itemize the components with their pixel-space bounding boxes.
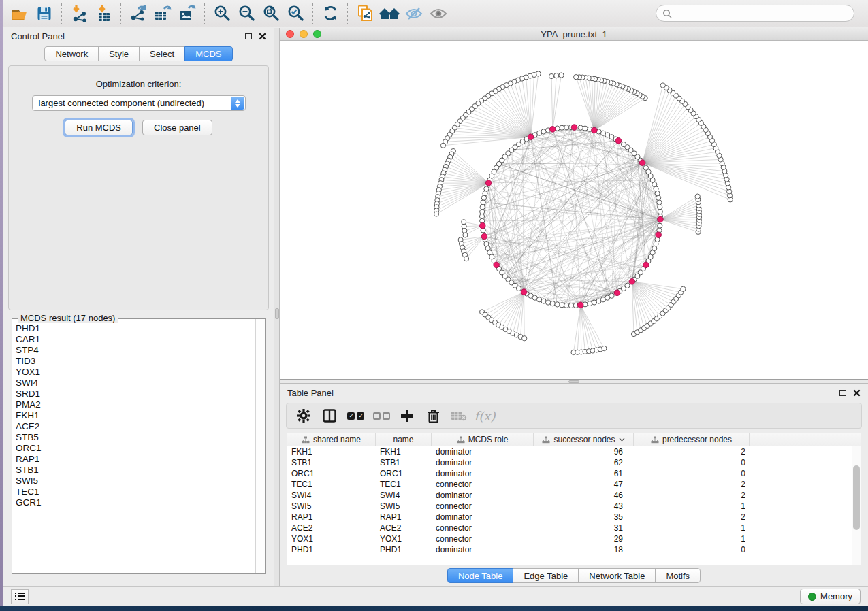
column-header-successor-nodes[interactable]: successor nodes [534, 433, 634, 446]
mcds-result-item[interactable]: STB1 [16, 465, 254, 476]
zoom-fit-icon[interactable] [259, 3, 283, 24]
table-cell: 96 [534, 447, 634, 457]
tab-motifs[interactable]: Motifs [655, 568, 701, 583]
horizontal-splitter[interactable] [280, 380, 868, 384]
table-row[interactable]: FKH1FKH1dominator962 [287, 446, 861, 457]
task-history-button[interactable] [11, 589, 29, 604]
select-all-icon[interactable] [342, 406, 368, 426]
import-table-icon[interactable] [91, 3, 116, 24]
tab-node-table[interactable]: Node Table [447, 568, 514, 583]
show-all-icon[interactable] [426, 3, 451, 24]
mcds-result-scrollbar[interactable] [255, 319, 265, 573]
control-panel-title: Control Panel [11, 31, 65, 42]
mcds-result-item[interactable]: RAP1 [16, 454, 254, 465]
mcds-result-item[interactable]: SRD1 [16, 389, 254, 399]
hide-selected-icon[interactable] [402, 3, 426, 24]
table-cell: TEC1 [376, 480, 432, 489]
export-network-icon[interactable] [126, 3, 150, 24]
mcds-result-item[interactable]: ORC1 [16, 443, 254, 454]
table-cell: connector [432, 501, 534, 511]
network-graph[interactable] [280, 41, 868, 379]
export-table-icon[interactable] [150, 3, 175, 24]
table-cell: dominator [432, 545, 534, 555]
search-field[interactable] [656, 5, 854, 22]
table-cell: ACE2 [287, 523, 376, 533]
mcds-result-item[interactable]: TEC1 [16, 486, 254, 497]
mcds-result-item[interactable]: STB5 [16, 432, 254, 443]
table-row[interactable]: ORC1ORC1dominator610 [287, 468, 861, 479]
deselect-all-icon[interactable] [368, 406, 394, 426]
tab-edge-table[interactable]: Edge Table [513, 568, 579, 583]
mcds-result-item[interactable]: PMA2 [16, 399, 254, 410]
close-panel-icon[interactable] [853, 389, 861, 397]
copy-network-icon[interactable] [353, 3, 377, 24]
column-header-name[interactable]: name [376, 433, 432, 446]
import-network-icon[interactable] [67, 3, 91, 24]
tab-mcds[interactable]: MCDS [184, 46, 232, 61]
split-view-icon[interactable] [317, 406, 342, 426]
table-row[interactable]: SWI5SWI5connector431 [287, 501, 861, 512]
column-header-shared-name[interactable]: shared name [287, 433, 376, 446]
criterion-dropdown[interactable]: largest connected component (undirected) [32, 95, 246, 111]
table-cell: 43 [534, 501, 634, 511]
table-row[interactable]: TEC1TEC1connector472 [287, 479, 861, 490]
mcds-result-item[interactable]: YOX1 [16, 367, 254, 378]
table-row[interactable]: SWI4SWI4dominator462 [287, 490, 861, 501]
tab-network[interactable]: Network [44, 46, 99, 61]
tab-network-table[interactable]: Network Table [578, 568, 656, 583]
table-row[interactable]: RAP1RAP1dominator352 [287, 512, 861, 523]
table-panel: Table Panel [280, 384, 868, 586]
mcds-result-item[interactable]: ACE2 [16, 421, 254, 432]
mcds-result-group: MCDS result (17 nodes) PHD1CAR1STP4TID3Y… [12, 318, 266, 574]
mcds-result-item[interactable]: SWI4 [16, 378, 254, 389]
memory-button[interactable]: Memory [800, 589, 861, 604]
open-file-icon[interactable] [7, 3, 32, 24]
mcds-result-item[interactable]: GCR1 [16, 497, 254, 508]
tab-select[interactable]: Select [139, 46, 185, 61]
table-cell: ORC1 [287, 469, 376, 478]
table-row[interactable]: ACE2ACE2connector311 [287, 523, 861, 533]
run-mcds-button[interactable]: Run MCDS [65, 120, 133, 135]
network-canvas[interactable] [280, 41, 868, 379]
first-neighbors-icon[interactable] [377, 3, 402, 24]
zoom-in-icon[interactable] [210, 3, 234, 24]
mcds-result-list[interactable]: PHD1CAR1STP4TID3YOX1SWI4SRD1PMA2FKH1ACE2… [12, 319, 255, 573]
search-input[interactable] [675, 9, 848, 18]
mcds-result-item[interactable]: FKH1 [16, 410, 254, 421]
table-scrollbar[interactable] [852, 446, 861, 565]
mcds-result-item[interactable]: STP4 [16, 345, 254, 356]
mcds-result-item[interactable]: TID3 [16, 356, 254, 367]
close-panel-button[interactable]: Close panel [142, 120, 212, 135]
delete-column-icon[interactable] [420, 406, 446, 426]
tab-style[interactable]: Style [98, 46, 140, 61]
mcds-result-item[interactable]: CAR1 [16, 334, 254, 345]
splitter-handle[interactable] [568, 380, 579, 383]
save-session-icon[interactable] [32, 3, 57, 24]
add-column-icon[interactable] [394, 406, 420, 426]
mcds-panel: Optimization criterion: largest connecte… [8, 65, 269, 310]
scrollbar-thumb[interactable] [853, 465, 860, 530]
column-settings-icon[interactable] [291, 406, 317, 426]
table-row[interactable]: YOX1YOX1connector291 [287, 533, 861, 544]
control-panel-titlebar: Control Panel [3, 28, 274, 44]
vertical-splitter[interactable] [274, 28, 280, 586]
column-header-predecessor-nodes[interactable]: predecessor nodes [634, 433, 750, 446]
mcds-result-item[interactable]: PHD1 [16, 323, 254, 334]
zoom-selected-icon[interactable] [283, 3, 308, 24]
float-panel-icon[interactable] [245, 33, 252, 39]
node-table[interactable]: shared namenameMCDS rolesuccessor nodesp… [287, 433, 861, 565]
close-panel-icon[interactable] [259, 33, 266, 40]
table-body: FKH1FKH1dominator962STB1STB1dominator620… [287, 446, 861, 555]
zoom-out-icon[interactable] [234, 3, 259, 24]
mcds-result-item[interactable]: SWI5 [16, 476, 254, 486]
export-image-icon[interactable] [175, 3, 199, 24]
table-row[interactable]: STB1STB1dominator620 [287, 457, 861, 468]
splitter-handle[interactable] [275, 308, 279, 319]
column-header-MCDS-role[interactable]: MCDS role [432, 433, 534, 446]
network-window-titlebar: YPA_prune.txt_1 [280, 28, 868, 41]
table-row[interactable]: PHD1PHD1dominator180 [287, 544, 861, 555]
refresh-icon[interactable] [318, 3, 342, 24]
table-cell: dominator [432, 491, 534, 500]
float-panel-icon[interactable] [839, 390, 846, 396]
table-cell: YOX1 [376, 534, 432, 544]
